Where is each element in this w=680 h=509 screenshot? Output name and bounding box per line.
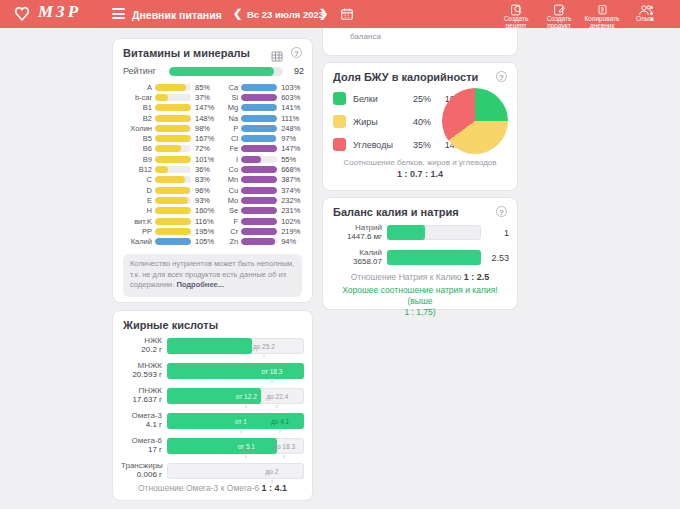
balance-amount: 1447.6 мг [331, 233, 382, 242]
omega-ratio-caption: Отношение Омега-3 к Омега-6 1 : 4.1 [113, 483, 312, 493]
nutrient-percent: 231% [277, 206, 300, 215]
nutrient-label: B1 [119, 103, 155, 112]
action-label: Создать [547, 15, 572, 22]
nutrient-row: Mg141% [219, 103, 308, 113]
prev-day-button[interactable]: ❮ [233, 7, 242, 20]
norm-marker: от 18.3 [261, 367, 282, 374]
nutrient-bar-fill [241, 176, 277, 183]
nutrient-row: B1147% [119, 103, 214, 113]
balance-row: Калий3658.072.53 [331, 250, 509, 265]
nutrient-row: вит.K116% [119, 216, 214, 226]
legend-swatch [333, 92, 346, 105]
nutrient-bar [155, 135, 191, 142]
legend-swatch [333, 115, 346, 128]
norm-tick [246, 455, 247, 458]
nutrient-bar [155, 115, 191, 122]
norm-marker: до 22.4 [266, 392, 288, 399]
page-title: Дневник питания [132, 9, 222, 21]
nutrient-percent: 116% [191, 217, 214, 226]
nutrient-percent: 102% [277, 217, 300, 226]
fatty-acids-card: Жирные кислоты НЖК20.2 гдо 25.2МНЖК20.59… [112, 310, 313, 501]
nutrient-label: P [219, 124, 241, 133]
balance-ratio-value: 1 : 2.5 [464, 272, 490, 282]
rating-label: Рейтинг [123, 66, 169, 76]
truncated-card-text: баланса [350, 32, 381, 41]
create-product-button[interactable]: Создатьпродукт [540, 2, 578, 30]
help-icon[interactable]: ? [496, 206, 507, 217]
nutrient-row: Cu374% [219, 185, 308, 195]
fatty-acid-bar: от 18.3 [167, 363, 304, 379]
nutrient-bar [241, 104, 277, 111]
calendar-icon[interactable] [340, 7, 354, 25]
user-button[interactable]: Ольга [626, 2, 664, 22]
nutrient-label: Cl [219, 134, 241, 143]
menu-icon[interactable] [112, 8, 125, 19]
nutrient-label: вит.K [119, 217, 155, 226]
nutrient-label: F [219, 217, 241, 226]
nutrient-percent: 83% [191, 175, 210, 184]
copy-diary-button[interactable]: Копироватьдневник [583, 2, 621, 30]
nutrient-label: Mn [219, 175, 241, 184]
minerals-column: Ca103%Si603%Mg141%Na111%P248%Cl97%Fe147%… [219, 82, 308, 247]
action-label: дневник [590, 22, 615, 29]
omega-ratio-label: Отношение Омега-3 к Омега-6 [138, 483, 259, 493]
nutrient-bar-fill [155, 176, 185, 183]
nutrient-label: Se [219, 206, 241, 215]
nutrient-percent: 167% [191, 134, 214, 143]
fatty-acid-amount: 0.006 г [121, 471, 162, 480]
nutrient-bar [155, 166, 191, 173]
nutrient-bar-fill [241, 166, 277, 173]
bju-ratio-value: 1 : 0.7 : 1.4 [323, 169, 517, 179]
nutrient-label: Fe [219, 144, 241, 153]
nutrient-label: Mg [219, 103, 241, 112]
norm-tick [246, 405, 247, 408]
nutrient-bar-fill [155, 238, 191, 245]
balance-status-line2: 1 : 1,75) [329, 307, 511, 318]
help-icon[interactable]: ? [496, 71, 507, 82]
nutrient-percent: 148% [191, 114, 214, 123]
kebab-menu-icon[interactable] [650, 6, 653, 24]
fatty-acid-label: Трансжиры0.006 г [121, 462, 167, 480]
nutrient-label: Cr [219, 227, 241, 236]
logo-text[interactable]: МЗР [38, 2, 81, 22]
more-link[interactable]: Подробнее... [176, 280, 224, 289]
help-icon[interactable]: ? [291, 47, 302, 58]
legend-name: Белки [353, 94, 403, 104]
next-day-button[interactable]: ❯ [319, 7, 328, 20]
fatty-acid-bar-fill [167, 363, 304, 379]
nutrient-percent: 105% [191, 237, 214, 246]
norm-tick [271, 380, 272, 383]
logo-heart-icon[interactable] [13, 5, 31, 23]
fatty-acid-row: Омега-617 гот 5.1до 18.3 [121, 438, 304, 453]
balance-bar [387, 250, 481, 265]
copy-icon [596, 2, 608, 14]
fatty-acids-card-title: Жирные кислоты [123, 319, 218, 331]
nutrient-bar [155, 238, 191, 245]
table-view-icon[interactable] [271, 48, 283, 66]
balance-value: 2.53 [481, 253, 509, 263]
nutrient-bar-fill [241, 104, 277, 111]
legend-percent: 35% [403, 140, 431, 150]
nutrient-bar-fill [155, 207, 191, 214]
nutrient-bar-fill [241, 197, 277, 204]
bju-pie-chart [442, 88, 508, 154]
nutrient-row: Cl97% [219, 133, 308, 143]
nutrient-bar-fill [155, 218, 191, 225]
norm-tick [240, 430, 241, 433]
nutrient-bar [241, 218, 277, 225]
nutrient-label: A [119, 83, 155, 92]
nutrient-bar [155, 218, 191, 225]
nutrient-percent: 103% [277, 83, 300, 92]
nutrient-row: B1236% [119, 164, 214, 174]
current-date[interactable]: Вс 23 июля 2023 [247, 9, 324, 20]
nutrient-label: B12 [119, 165, 155, 174]
nutrient-row: H160% [119, 206, 214, 216]
nutrient-label: Na [219, 114, 241, 123]
nutrient-bar [155, 187, 191, 194]
nutrient-percent: 111% [277, 114, 299, 123]
create-recipe-button[interactable]: Создатьрецепт [497, 2, 535, 30]
nutrient-label: B5 [119, 134, 155, 143]
nutrient-row: E93% [119, 195, 214, 205]
fatty-acid-amount: 20.2 г [121, 346, 162, 355]
nutrient-bar-fill [155, 135, 191, 142]
